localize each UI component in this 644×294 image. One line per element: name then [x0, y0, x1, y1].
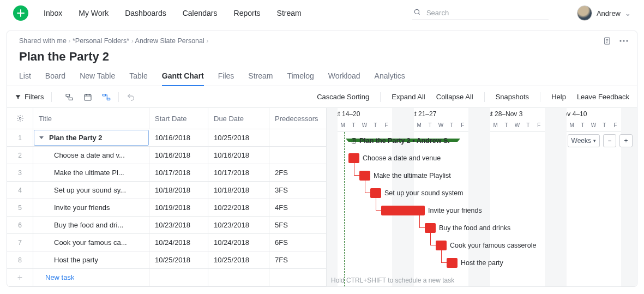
tab-files[interactable]: Files: [218, 71, 234, 86]
predecessor-cell[interactable]: 7FS: [269, 251, 326, 268]
add-button[interactable]: [13, 5, 28, 21]
search-box[interactable]: [412, 6, 549, 20]
start-date-cell[interactable]: 10/25/2018: [149, 251, 208, 268]
title-cell[interactable]: Plan the Party 2: [34, 130, 149, 146]
title-cell[interactable]: Choose a date and v...: [33, 147, 149, 164]
start-date-cell[interactable]: 10/16/2018: [149, 147, 208, 164]
task-row[interactable]: 3Make the ultimate Pl...10/17/201810/17/…: [7, 164, 326, 182]
predecessor-cell[interactable]: 5FS: [269, 217, 326, 233]
task-row[interactable]: 1Plan the Party 210/16/201810/25/2018: [7, 129, 326, 147]
task-row[interactable]: 7Cook your famous ca...10/24/201810/24/2…: [7, 234, 326, 251]
due-date-cell[interactable]: 10/22/2018: [208, 199, 269, 216]
task-row[interactable]: 5Invite your friends10/19/201810/22/2018…: [7, 199, 326, 217]
task-bar[interactable]: [447, 258, 458, 268]
nav-my-work[interactable]: My Work: [79, 9, 109, 17]
start-date-cell[interactable]: 10/17/2018: [149, 164, 208, 181]
due-date-cell[interactable]: 10/18/2018: [208, 182, 269, 199]
toolbar-expand-all[interactable]: Expand All: [392, 93, 425, 101]
task-bar[interactable]: [348, 153, 359, 163]
calendar-icon[interactable]: [83, 93, 92, 101]
tab-stream[interactable]: Stream: [248, 71, 273, 86]
task-bar[interactable]: [436, 241, 447, 250]
week-column: Oct 28–Nov 3SMTWTFS: [479, 108, 556, 131]
crumb[interactable]: Andrew Slate Personal: [135, 37, 204, 45]
zoom-in-button[interactable]: +: [619, 134, 633, 147]
crumb[interactable]: Shared with me: [19, 37, 67, 45]
task-bar[interactable]: [370, 188, 381, 198]
toolbar-collapse-all[interactable]: Collapse All: [436, 93, 473, 101]
col-start-date[interactable]: Start Date: [149, 108, 208, 129]
collapse-caret-icon[interactable]: [39, 136, 44, 139]
tab-list[interactable]: List: [19, 71, 31, 86]
nav-reports[interactable]: Reports: [234, 9, 261, 17]
task-bar[interactable]: [425, 223, 436, 233]
nav-stream[interactable]: Stream: [277, 9, 302, 17]
predecessor-cell[interactable]: 4FS: [269, 199, 326, 216]
tab-workload[interactable]: Workload: [328, 71, 360, 86]
predecessor-cell[interactable]: 3FS: [269, 182, 326, 199]
svg-rect-7: [85, 94, 91, 100]
new-task-row[interactable]: +New task: [7, 269, 326, 286]
task-row[interactable]: 4Set up your sound sy...10/18/201810/18/…: [7, 182, 326, 199]
start-date-cell[interactable]: 10/19/2018: [149, 199, 208, 216]
filters-label: Filters: [25, 93, 44, 101]
predecessor-cell[interactable]: [269, 129, 326, 146]
due-date-cell[interactable]: 10/24/2018: [208, 234, 269, 251]
tab-table[interactable]: Table: [129, 71, 147, 86]
col-title[interactable]: Title: [33, 108, 149, 129]
start-date-cell[interactable]: 10/16/2018: [149, 129, 208, 146]
dependencies-icon[interactable]: [102, 93, 111, 101]
start-date-cell[interactable]: 10/23/2018: [149, 217, 208, 233]
task-row[interactable]: 6Buy the food and dri...10/23/201810/23/…: [7, 217, 326, 234]
predecessor-cell[interactable]: [269, 147, 326, 164]
col-due-date[interactable]: Due Date: [208, 108, 269, 129]
title-cell[interactable]: Host the party: [33, 251, 149, 268]
undo-icon[interactable]: [127, 93, 135, 101]
more-icon[interactable]: [619, 40, 628, 42]
toolbar-snapshots[interactable]: Snapshots: [496, 93, 529, 101]
toolbar-cascade-sorting[interactable]: Cascade Sorting: [317, 93, 369, 101]
row-number: 8: [7, 251, 33, 268]
search-input[interactable]: [425, 8, 547, 17]
title-cell[interactable]: Set up your sound sy...: [33, 182, 149, 199]
grid-settings-button[interactable]: [7, 108, 33, 129]
tab-analytics[interactable]: Analytics: [375, 71, 405, 86]
nav-inbox[interactable]: Inbox: [44, 9, 62, 17]
task-title: Set up your sound sy...: [54, 186, 126, 194]
start-date-cell[interactable]: 10/18/2018: [149, 182, 208, 199]
title-cell[interactable]: Invite your friends: [33, 199, 149, 216]
predecessor-cell[interactable]: 2FS: [269, 164, 326, 181]
task-row[interactable]: 8Host the party10/25/201810/25/20187FS: [7, 251, 326, 269]
title-cell[interactable]: Cook your famous ca...: [33, 234, 149, 251]
nav-calendars[interactable]: Calendars: [183, 9, 218, 17]
scale-selector[interactable]: Weeks▾: [568, 134, 600, 147]
predecessor-cell[interactable]: 6FS: [269, 234, 326, 251]
task-bar[interactable]: [381, 206, 425, 215]
due-date-cell[interactable]: 10/25/2018: [208, 129, 269, 146]
crumb[interactable]: *Personal Folders*: [73, 37, 129, 45]
title-cell[interactable]: Buy the food and dri...: [33, 217, 149, 233]
filters-button[interactable]: Filters: [15, 93, 44, 101]
add-row-icon[interactable]: +: [7, 269, 33, 286]
due-date-cell[interactable]: 10/17/2018: [208, 164, 269, 181]
zoom-out-button[interactable]: −: [603, 134, 616, 147]
start-date-cell[interactable]: 10/24/2018: [149, 234, 208, 251]
title-cell[interactable]: Make the ultimate Pl...: [33, 164, 149, 181]
folder-tree-icon[interactable]: [65, 93, 74, 101]
due-date-cell[interactable]: 10/23/2018: [208, 217, 269, 233]
col-predecessors[interactable]: Predecessors: [269, 108, 326, 129]
tab-gantt-chart[interactable]: Gantt Chart: [162, 71, 204, 86]
toolbar-leave-feedback[interactable]: Leave Feedback: [577, 93, 629, 101]
task-bar[interactable]: [359, 171, 370, 181]
nav-dashboards[interactable]: Dashboards: [125, 9, 166, 17]
user-menu[interactable]: Andrew ⌄: [577, 5, 631, 21]
gantt-timeline[interactable]: Oct 14–20SMTWTFSOct 21–27SMTWTFSOct 28–N…: [327, 108, 637, 286]
tab-new-table[interactable]: New Table: [80, 71, 115, 86]
task-row[interactable]: 2Choose a date and v...10/16/201810/16/2…: [7, 147, 326, 164]
tab-board[interactable]: Board: [45, 71, 65, 86]
info-icon[interactable]: [603, 37, 612, 45]
toolbar-help[interactable]: Help: [551, 93, 566, 101]
tab-timelog[interactable]: Timelog: [287, 71, 314, 86]
due-date-cell[interactable]: 10/16/2018: [208, 147, 269, 164]
due-date-cell[interactable]: 10/25/2018: [208, 251, 269, 268]
